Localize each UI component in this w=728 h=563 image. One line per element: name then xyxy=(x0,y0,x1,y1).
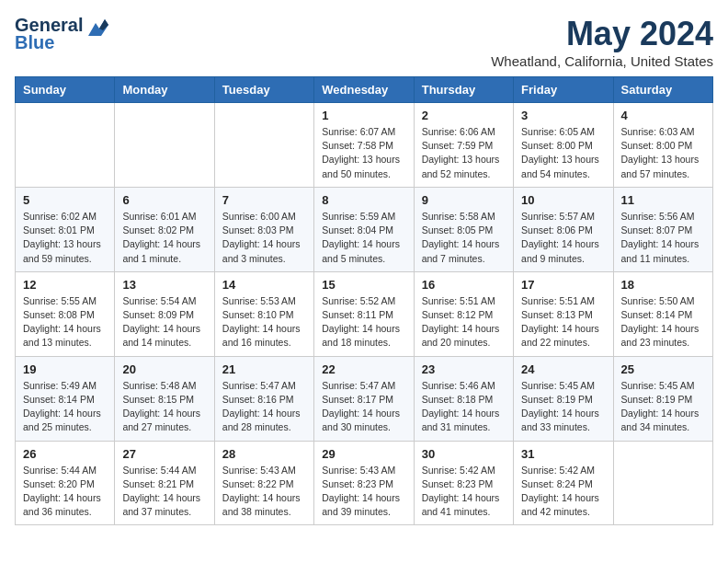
day-number: 15 xyxy=(322,278,405,292)
day-info: Sunrise: 5:55 AMSunset: 8:08 PMDaylight:… xyxy=(23,294,107,350)
day-info: Sunrise: 5:42 AMSunset: 8:24 PMDaylight:… xyxy=(521,464,605,520)
day-cell: 1 Sunrise: 6:07 AMSunset: 7:58 PMDayligh… xyxy=(314,103,414,188)
day-cell: 31 Sunrise: 5:42 AMSunset: 8:24 PMDaylig… xyxy=(514,441,613,525)
day-cell: 24 Sunrise: 5:45 AMSunset: 8:19 PMDaylig… xyxy=(514,356,613,441)
day-cell: 16 Sunrise: 5:51 AMSunset: 8:12 PMDaylig… xyxy=(414,271,513,356)
day-number: 4 xyxy=(621,109,705,122)
day-cell: 26 Sunrise: 5:44 AMSunset: 8:20 PMDaylig… xyxy=(16,441,115,525)
logo: General Blue xyxy=(15,15,108,53)
day-cell: 14 Sunrise: 5:53 AMSunset: 8:10 PMDaylig… xyxy=(214,271,313,356)
day-cell: 23 Sunrise: 5:46 AMSunset: 8:18 PMDaylig… xyxy=(414,356,513,441)
day-cell: 22 Sunrise: 5:47 AMSunset: 8:17 PMDaylig… xyxy=(314,356,414,441)
day-cell: 4 Sunrise: 6:03 AMSunset: 8:00 PMDayligh… xyxy=(613,103,712,188)
day-cell: 25 Sunrise: 5:45 AMSunset: 8:19 PMDaylig… xyxy=(613,356,712,441)
day-info: Sunrise: 5:58 AMSunset: 8:05 PMDaylight:… xyxy=(422,210,506,266)
day-number: 17 xyxy=(521,278,605,292)
day-cell: 29 Sunrise: 5:43 AMSunset: 8:23 PMDaylig… xyxy=(314,441,414,525)
day-number: 1 xyxy=(322,109,405,122)
day-number: 8 xyxy=(322,193,405,207)
day-number: 26 xyxy=(23,447,107,461)
day-number: 31 xyxy=(521,447,605,461)
day-info: Sunrise: 5:50 AMSunset: 8:14 PMDaylight:… xyxy=(621,294,705,350)
day-cell: 15 Sunrise: 5:52 AMSunset: 8:11 PMDaylig… xyxy=(314,271,414,356)
day-cell: 2 Sunrise: 6:06 AMSunset: 7:59 PMDayligh… xyxy=(414,103,513,188)
day-cell: 9 Sunrise: 5:58 AMSunset: 8:05 PMDayligh… xyxy=(414,187,513,271)
week-row-5: 26 Sunrise: 5:44 AMSunset: 8:20 PMDaylig… xyxy=(16,441,713,525)
weekday-header-wednesday: Wednesday xyxy=(314,77,414,103)
day-info: Sunrise: 5:47 AMSunset: 8:16 PMDaylight:… xyxy=(222,379,306,435)
day-info: Sunrise: 5:56 AMSunset: 8:07 PMDaylight:… xyxy=(621,210,705,266)
week-row-1: 1 Sunrise: 6:07 AMSunset: 7:58 PMDayligh… xyxy=(16,103,713,188)
weekday-header-tuesday: Tuesday xyxy=(214,77,313,103)
week-row-3: 12 Sunrise: 5:55 AMSunset: 8:08 PMDaylig… xyxy=(16,271,713,356)
weekday-header-row: SundayMondayTuesdayWednesdayThursdayFrid… xyxy=(16,77,713,103)
day-cell: 13 Sunrise: 5:54 AMSunset: 8:09 PMDaylig… xyxy=(115,271,214,356)
day-number: 22 xyxy=(322,362,405,376)
day-cell: 3 Sunrise: 6:05 AMSunset: 8:00 PMDayligh… xyxy=(514,103,613,188)
day-info: Sunrise: 5:43 AMSunset: 8:23 PMDaylight:… xyxy=(322,464,405,520)
day-number: 10 xyxy=(521,193,605,207)
weekday-header-friday: Friday xyxy=(514,77,613,103)
day-number: 9 xyxy=(422,193,506,207)
day-info: Sunrise: 5:42 AMSunset: 8:23 PMDaylight:… xyxy=(422,464,506,520)
day-info: Sunrise: 6:06 AMSunset: 7:59 PMDaylight:… xyxy=(422,125,506,181)
day-number: 18 xyxy=(621,278,705,292)
day-cell xyxy=(214,103,313,188)
day-number: 11 xyxy=(621,193,705,207)
day-cell: 7 Sunrise: 6:00 AMSunset: 8:03 PMDayligh… xyxy=(214,187,313,271)
day-info: Sunrise: 5:44 AMSunset: 8:21 PMDaylight:… xyxy=(122,464,206,520)
day-number: 6 xyxy=(122,193,206,207)
day-info: Sunrise: 5:57 AMSunset: 8:06 PMDaylight:… xyxy=(521,210,605,266)
main-title: May 2024 xyxy=(491,15,713,53)
day-number: 14 xyxy=(222,278,306,292)
weekday-header-sunday: Sunday xyxy=(16,77,115,103)
day-cell xyxy=(16,103,115,188)
day-number: 23 xyxy=(422,362,506,376)
day-cell: 19 Sunrise: 5:49 AMSunset: 8:14 PMDaylig… xyxy=(16,356,115,441)
day-number: 3 xyxy=(521,109,605,122)
weekday-header-monday: Monday xyxy=(115,77,214,103)
weekday-header-thursday: Thursday xyxy=(414,77,513,103)
day-info: Sunrise: 5:59 AMSunset: 8:04 PMDaylight:… xyxy=(322,210,405,266)
day-cell: 28 Sunrise: 5:43 AMSunset: 8:22 PMDaylig… xyxy=(214,441,313,525)
day-cell: 17 Sunrise: 5:51 AMSunset: 8:13 PMDaylig… xyxy=(514,271,613,356)
day-cell: 30 Sunrise: 5:42 AMSunset: 8:23 PMDaylig… xyxy=(414,441,513,525)
day-info: Sunrise: 5:45 AMSunset: 8:19 PMDaylight:… xyxy=(621,379,705,435)
day-info: Sunrise: 5:51 AMSunset: 8:12 PMDaylight:… xyxy=(422,294,506,350)
day-cell: 6 Sunrise: 6:01 AMSunset: 8:02 PMDayligh… xyxy=(115,187,214,271)
day-number: 28 xyxy=(222,447,306,461)
day-info: Sunrise: 5:43 AMSunset: 8:22 PMDaylight:… xyxy=(222,464,306,520)
day-info: Sunrise: 5:45 AMSunset: 8:19 PMDaylight:… xyxy=(521,379,605,435)
day-cell: 20 Sunrise: 5:48 AMSunset: 8:15 PMDaylig… xyxy=(115,356,214,441)
day-info: Sunrise: 5:44 AMSunset: 8:20 PMDaylight:… xyxy=(23,464,107,520)
day-number: 13 xyxy=(122,278,206,292)
day-info: Sunrise: 5:54 AMSunset: 8:09 PMDaylight:… xyxy=(122,294,206,350)
day-info: Sunrise: 6:02 AMSunset: 8:01 PMDaylight:… xyxy=(23,210,107,266)
day-cell: 21 Sunrise: 5:47 AMSunset: 8:16 PMDaylig… xyxy=(214,356,313,441)
day-number: 30 xyxy=(422,447,506,461)
day-number: 16 xyxy=(422,278,506,292)
day-number: 12 xyxy=(23,278,107,292)
logo-bird-icon xyxy=(88,19,108,36)
day-info: Sunrise: 6:03 AMSunset: 8:00 PMDaylight:… xyxy=(621,125,705,181)
day-cell: 10 Sunrise: 5:57 AMSunset: 8:06 PMDaylig… xyxy=(514,187,613,271)
day-info: Sunrise: 5:46 AMSunset: 8:18 PMDaylight:… xyxy=(422,379,506,435)
day-info: Sunrise: 6:07 AMSunset: 7:58 PMDaylight:… xyxy=(322,125,405,181)
day-cell: 5 Sunrise: 6:02 AMSunset: 8:01 PMDayligh… xyxy=(16,187,115,271)
day-number: 20 xyxy=(122,362,206,376)
calendar-table: SundayMondayTuesdayWednesdayThursdayFrid… xyxy=(15,76,713,525)
day-number: 7 xyxy=(222,193,306,207)
day-cell: 18 Sunrise: 5:50 AMSunset: 8:14 PMDaylig… xyxy=(613,271,712,356)
day-info: Sunrise: 5:51 AMSunset: 8:13 PMDaylight:… xyxy=(521,294,605,350)
day-number: 29 xyxy=(322,447,405,461)
day-cell: 12 Sunrise: 5:55 AMSunset: 8:08 PMDaylig… xyxy=(16,271,115,356)
day-info: Sunrise: 6:05 AMSunset: 8:00 PMDaylight:… xyxy=(521,125,605,181)
subtitle: Wheatland, California, United States xyxy=(491,53,713,69)
day-number: 2 xyxy=(422,109,506,122)
day-cell xyxy=(115,103,214,188)
week-row-4: 19 Sunrise: 5:49 AMSunset: 8:14 PMDaylig… xyxy=(16,356,713,441)
week-row-2: 5 Sunrise: 6:02 AMSunset: 8:01 PMDayligh… xyxy=(16,187,713,271)
day-number: 21 xyxy=(222,362,306,376)
day-info: Sunrise: 5:48 AMSunset: 8:15 PMDaylight:… xyxy=(122,379,206,435)
title-block: May 2024 Wheatland, California, United S… xyxy=(491,15,713,69)
